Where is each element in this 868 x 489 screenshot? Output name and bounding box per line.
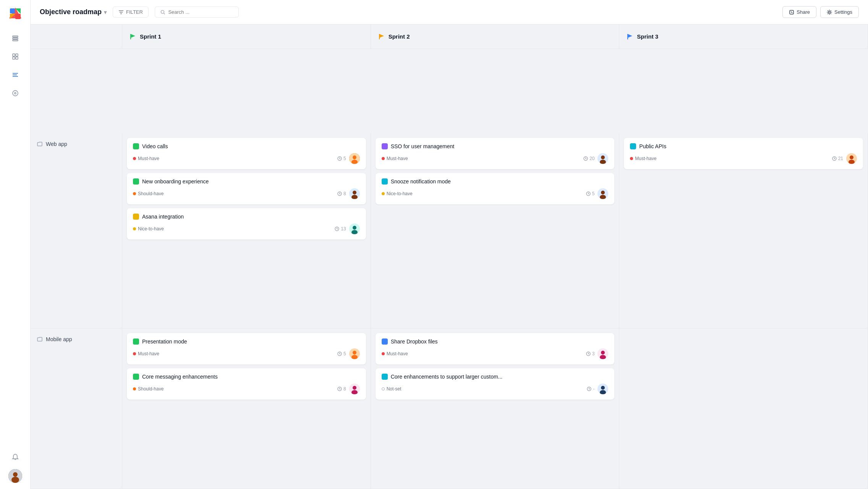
card-avatar <box>598 348 608 359</box>
settings-button[interactable]: Settings <box>820 6 859 18</box>
svg-point-73 <box>601 386 605 390</box>
folder-icon <box>37 141 43 147</box>
mobile-app-sprint-2: Share Dropbox files Must-have 3 <box>371 329 620 489</box>
sprint-3-header: Sprint 3 <box>619 24 868 49</box>
svg-rect-2 <box>10 8 15 13</box>
main-content: Objective roadmap ▾ FILTER <box>31 0 868 489</box>
clock-icon <box>586 351 591 356</box>
card-video-calls[interactable]: Video calls Must-have 5 <box>127 138 366 169</box>
sprint-2-flag-icon <box>379 33 385 40</box>
sprint-1-flag-icon <box>130 33 137 40</box>
card-sso[interactable]: SSO for user management Must-have 20 <box>376 138 615 169</box>
svg-rect-12 <box>16 57 18 59</box>
card-avatar <box>598 153 608 164</box>
svg-marker-33 <box>628 34 632 38</box>
card-presentation[interactable]: Presentation mode Must-have 5 <box>127 333 366 364</box>
svg-rect-7 <box>13 38 18 39</box>
card-dot <box>133 214 139 220</box>
card-hours: 5 <box>337 351 346 356</box>
card-dot <box>133 178 139 185</box>
web-app-sprint-1: Video calls Must-have 5 <box>122 133 371 329</box>
search-icon <box>160 10 165 15</box>
card-hours: 3 <box>586 351 595 356</box>
card-avatar <box>349 153 360 164</box>
filter-button[interactable]: FILTER <box>113 6 149 18</box>
card-core-messaging[interactable]: Core messaging enhancements Should-have … <box>127 368 366 400</box>
clock-icon <box>337 191 342 196</box>
notification-icon[interactable] <box>8 449 23 465</box>
card-dropbox[interactable]: Share Dropbox files Must-have 3 <box>376 333 615 364</box>
clock-icon <box>335 227 339 231</box>
card-public-apis[interactable]: Public APIs Must-have 21 <box>624 138 863 169</box>
card-dot <box>382 143 388 149</box>
tag-dot <box>133 352 136 355</box>
svg-point-19 <box>13 472 18 477</box>
card-avatar <box>598 188 608 199</box>
sidebar-item-roadmap[interactable] <box>8 67 23 83</box>
sprint-2-header: Sprint 2 <box>371 24 620 49</box>
card-onboarding[interactable]: New onboarding experience Should-have 8 <box>127 173 366 204</box>
card-avatar <box>598 384 608 394</box>
svg-point-57 <box>850 155 853 159</box>
card-avatar <box>349 348 360 359</box>
page-title: Objective roadmap ▾ <box>40 8 107 16</box>
sidebar-item-grid[interactable] <box>8 49 23 64</box>
svg-line-27 <box>791 11 792 13</box>
sidebar-item-compass[interactable] <box>8 86 23 101</box>
search-input[interactable] <box>168 9 233 15</box>
board-content: Sprint 1 Sprint 2 Sprint 3 <box>31 24 868 489</box>
svg-point-49 <box>601 155 605 159</box>
svg-point-41 <box>353 191 356 194</box>
card-hours: 20 <box>583 156 594 161</box>
grid-corner <box>31 24 122 49</box>
card-tag: Should-have <box>133 386 164 392</box>
sprint-3-flag-icon <box>627 33 634 40</box>
clock-icon <box>587 387 591 391</box>
card-hours: 8 <box>337 191 346 196</box>
card-snooze[interactable]: Snooze notification mode Nice-to-have 5 <box>376 173 615 204</box>
clock-icon <box>586 191 591 196</box>
svg-point-20 <box>11 477 19 483</box>
roadmap-grid: Sprint 1 Sprint 2 Sprint 3 <box>31 24 868 489</box>
tag-dot <box>133 227 136 230</box>
web-app-sprint-2: SSO for user management Must-have 20 <box>371 133 620 329</box>
share-button[interactable]: Share <box>782 6 816 18</box>
user-avatar[interactable] <box>8 469 22 483</box>
svg-rect-9 <box>13 54 15 56</box>
svg-point-61 <box>353 351 356 355</box>
mobile-app-sprint-1: Presentation mode Must-have 5 <box>122 329 371 489</box>
card-avatar <box>349 223 360 234</box>
tag-dot <box>382 157 385 160</box>
svg-rect-5 <box>15 14 21 19</box>
card-tag: Should-have <box>133 191 164 196</box>
card-dot <box>133 374 139 380</box>
clock-icon <box>337 351 342 356</box>
svg-marker-29 <box>131 34 135 38</box>
card-hours: 5 <box>337 156 346 161</box>
svg-point-45 <box>353 226 356 230</box>
clock-icon <box>832 156 837 161</box>
sidebar-item-list[interactable] <box>8 31 23 46</box>
svg-rect-11 <box>13 57 15 59</box>
web-app-sprint-3: Public APIs Must-have 21 <box>619 133 868 329</box>
card-avatar <box>846 153 857 164</box>
sprint-1-header: Sprint 1 <box>122 24 371 49</box>
card-asana[interactable]: Asana integration Nice-to-have 13 <box>127 208 366 240</box>
title-dropdown-icon[interactable]: ▾ <box>104 9 107 15</box>
card-tag: Must-have <box>382 156 408 161</box>
app-logo[interactable] <box>8 6 23 21</box>
svg-point-17 <box>15 92 16 94</box>
filter-icon <box>118 10 124 15</box>
header-actions: Share Settings <box>782 6 859 18</box>
tag-dot <box>133 157 136 160</box>
svg-line-25 <box>164 13 165 14</box>
svg-rect-10 <box>16 54 18 56</box>
card-hours: 21 <box>832 156 843 161</box>
sidebar <box>0 0 31 489</box>
card-dot <box>630 143 636 149</box>
svg-point-28 <box>829 11 831 13</box>
svg-point-53 <box>601 191 605 194</box>
card-hours: - <box>587 386 594 392</box>
card-core-enhancements[interactable]: Core enhancements to support larger cust… <box>376 368 615 400</box>
clock-icon <box>337 387 342 391</box>
